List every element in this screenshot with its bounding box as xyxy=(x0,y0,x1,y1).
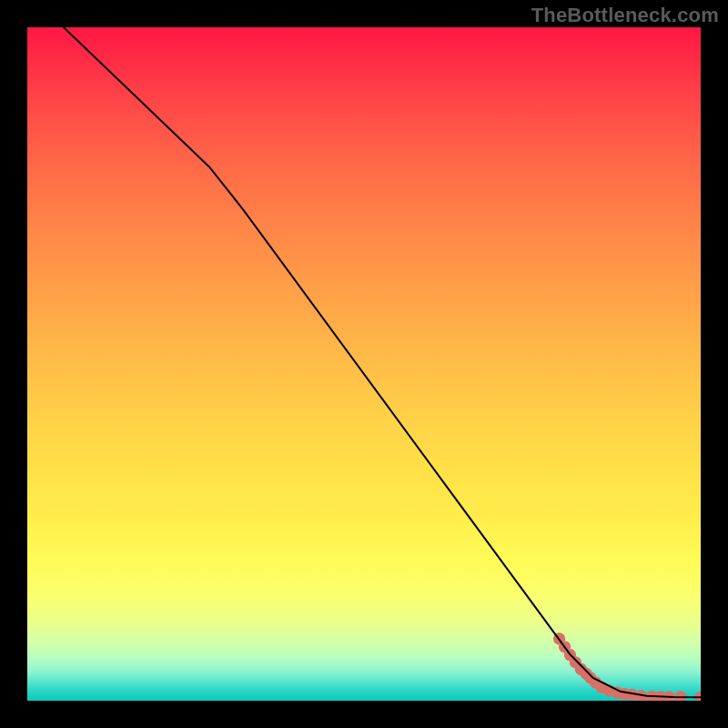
watermark-text: TheBottleneck.com xyxy=(531,4,719,27)
data-point xyxy=(694,692,701,701)
chart-overlay xyxy=(27,27,701,701)
scatter-points xyxy=(553,632,701,701)
plot-area xyxy=(27,27,701,701)
curve-line xyxy=(64,27,701,697)
chart-stage: TheBottleneck.com xyxy=(0,0,728,728)
data-point xyxy=(674,691,686,701)
